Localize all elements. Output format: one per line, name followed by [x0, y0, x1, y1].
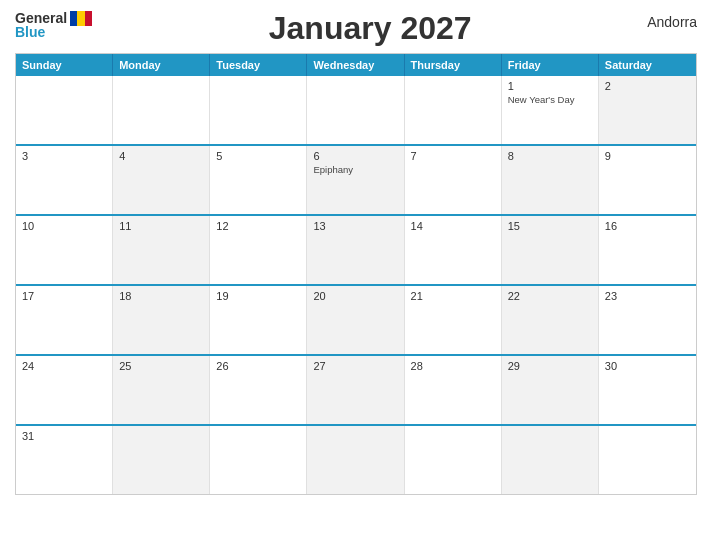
cal-cell-w1-d3: 6Epiphany [307, 146, 404, 214]
cal-cell-w2-d6: 16 [599, 216, 696, 284]
week-row-0: 1New Year's Day2 [16, 76, 696, 144]
calendar-body: 1New Year's Day23456Epiphany789101112131… [16, 76, 696, 494]
cal-cell-w4-d1: 25 [113, 356, 210, 424]
cal-cell-w2-d5: 15 [502, 216, 599, 284]
cal-cell-w1-d2: 5 [210, 146, 307, 214]
cal-cell-w2-d2: 12 [210, 216, 307, 284]
cal-cell-w4-d5: 29 [502, 356, 599, 424]
cal-cell-w1-d6: 9 [599, 146, 696, 214]
location-label: Andorra [647, 14, 697, 30]
calendar-grid: Sunday Monday Tuesday Wednesday Thursday… [15, 53, 697, 495]
cal-cell-w4-d4: 28 [405, 356, 502, 424]
day-number-13: 13 [313, 220, 397, 232]
svg-rect-0 [70, 11, 77, 26]
day-number-6: 6 [313, 150, 397, 162]
cal-cell-w1-d1: 4 [113, 146, 210, 214]
day-number-10: 10 [22, 220, 106, 232]
cal-cell-w3-d5: 22 [502, 286, 599, 354]
cal-cell-w2-d4: 14 [405, 216, 502, 284]
logo: General Blue [15, 10, 93, 40]
header-monday: Monday [113, 54, 210, 76]
day-number-30: 30 [605, 360, 690, 372]
day-number-31: 31 [22, 430, 106, 442]
header-saturday: Saturday [599, 54, 696, 76]
day-number-12: 12 [216, 220, 300, 232]
day-number-16: 16 [605, 220, 690, 232]
cal-cell-w1-d5: 8 [502, 146, 599, 214]
cal-cell-w5-d3 [307, 426, 404, 494]
calendar-title: January 2027 [93, 10, 647, 47]
header-thursday: Thursday [405, 54, 502, 76]
day-number-23: 23 [605, 290, 690, 302]
cal-cell-w0-d5: 1New Year's Day [502, 76, 599, 144]
cal-cell-w0-d2 [210, 76, 307, 144]
cal-cell-w0-d6: 2 [599, 76, 696, 144]
day-number-26: 26 [216, 360, 300, 372]
logo-flag-icon [70, 11, 92, 26]
cal-cell-w1-d0: 3 [16, 146, 113, 214]
cal-cell-w3-d0: 17 [16, 286, 113, 354]
week-row-2: 10111213141516 [16, 214, 696, 284]
day-number-18: 18 [119, 290, 203, 302]
cal-cell-w1-d4: 7 [405, 146, 502, 214]
day-number-22: 22 [508, 290, 592, 302]
week-row-1: 3456Epiphany789 [16, 144, 696, 214]
day-number-25: 25 [119, 360, 203, 372]
cal-cell-w3-d2: 19 [210, 286, 307, 354]
day-number-3: 3 [22, 150, 106, 162]
cal-cell-w2-d1: 11 [113, 216, 210, 284]
cal-cell-w4-d3: 27 [307, 356, 404, 424]
day-number-27: 27 [313, 360, 397, 372]
cal-cell-w3-d4: 21 [405, 286, 502, 354]
cal-cell-w4-d6: 30 [599, 356, 696, 424]
day-number-15: 15 [508, 220, 592, 232]
header-sunday: Sunday [16, 54, 113, 76]
day-number-21: 21 [411, 290, 495, 302]
day-number-7: 7 [411, 150, 495, 162]
header-friday: Friday [502, 54, 599, 76]
cal-cell-w0-d4 [405, 76, 502, 144]
cal-cell-w4-d0: 24 [16, 356, 113, 424]
day-number-20: 20 [313, 290, 397, 302]
day-number-9: 9 [605, 150, 690, 162]
day-number-19: 19 [216, 290, 300, 302]
cal-cell-w2-d0: 10 [16, 216, 113, 284]
cal-cell-w3-d1: 18 [113, 286, 210, 354]
week-row-3: 17181920212223 [16, 284, 696, 354]
header-tuesday: Tuesday [210, 54, 307, 76]
svg-rect-2 [85, 11, 92, 26]
day-number-5: 5 [216, 150, 300, 162]
cal-cell-w5-d0: 31 [16, 426, 113, 494]
cal-cell-w0-d3 [307, 76, 404, 144]
day-number-4: 4 [119, 150, 203, 162]
cal-cell-w0-d1 [113, 76, 210, 144]
logo-blue: Blue [15, 24, 45, 40]
week-row-4: 24252627282930 [16, 354, 696, 424]
day-number-1: 1 [508, 80, 592, 92]
holiday-label: New Year's Day [508, 94, 592, 105]
day-number-11: 11 [119, 220, 203, 232]
calendar-page: General Blue January 2027 Andorra Sunday… [0, 0, 712, 550]
holiday-label: Epiphany [313, 164, 397, 175]
header: General Blue January 2027 Andorra [15, 10, 697, 47]
cal-cell-w4-d2: 26 [210, 356, 307, 424]
day-number-29: 29 [508, 360, 592, 372]
day-number-14: 14 [411, 220, 495, 232]
cal-cell-w5-d6 [599, 426, 696, 494]
cal-cell-w0-d0 [16, 76, 113, 144]
cal-cell-w5-d2 [210, 426, 307, 494]
cal-cell-w5-d4 [405, 426, 502, 494]
cal-cell-w5-d1 [113, 426, 210, 494]
day-number-2: 2 [605, 80, 690, 92]
header-wednesday: Wednesday [307, 54, 404, 76]
week-row-5: 31 [16, 424, 696, 494]
cal-cell-w2-d3: 13 [307, 216, 404, 284]
day-number-28: 28 [411, 360, 495, 372]
day-number-8: 8 [508, 150, 592, 162]
svg-rect-1 [77, 11, 85, 26]
calendar-header-row: Sunday Monday Tuesday Wednesday Thursday… [16, 54, 696, 76]
day-number-17: 17 [22, 290, 106, 302]
cal-cell-w5-d5 [502, 426, 599, 494]
day-number-24: 24 [22, 360, 106, 372]
cal-cell-w3-d6: 23 [599, 286, 696, 354]
